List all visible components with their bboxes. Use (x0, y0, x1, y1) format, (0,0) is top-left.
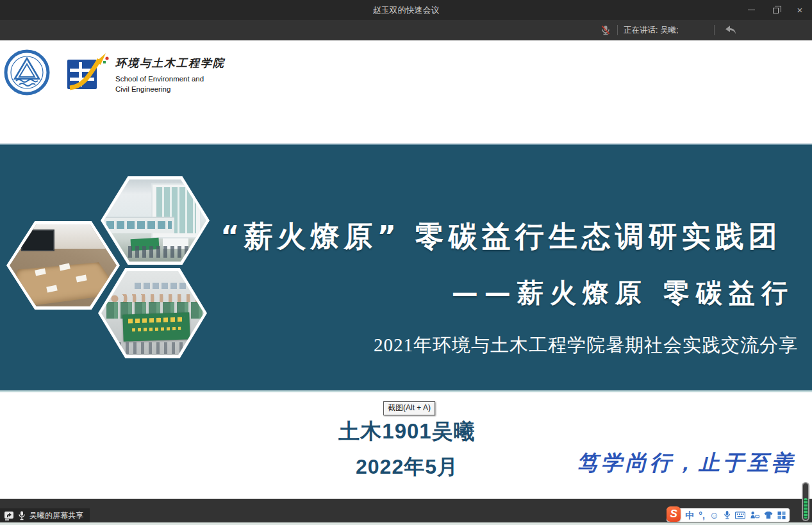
close-button[interactable]: × (788, 0, 812, 20)
author-name: 土木1901吴曦 (282, 417, 532, 446)
muted-mic-icon[interactable] (600, 24, 611, 36)
back-arrow-icon[interactable] (724, 25, 737, 35)
slide-banner: “薪火燎原” 零碳益行生态调研实践团 ——薪火燎原 零碳益行 2021年环境与土… (0, 144, 812, 392)
school-name-cn: 环境与土木工程学院 (115, 56, 263, 71)
ime-toolbox-icon[interactable] (777, 511, 786, 520)
separator (617, 25, 618, 35)
mic-icon (18, 511, 26, 521)
taskbar-edge (0, 522, 812, 525)
share-label: 吴曦的屏幕共享 (29, 510, 83, 521)
screen-share-icon (4, 511, 14, 521)
restore-button[interactable] (763, 0, 788, 20)
speaking-cluster: 正在讲话: 吴曦; (600, 20, 737, 40)
window-controls: × (739, 0, 812, 20)
ime-language-toggle[interactable]: 中 (685, 511, 694, 520)
separator (714, 25, 715, 35)
slide-subtitle: 2021年环境与土木工程学院暑期社会实践交流分享 (374, 333, 798, 358)
photo-group-hexagon (98, 268, 207, 358)
ime-emoji-icon[interactable]: ☺ (709, 510, 719, 520)
ime-voice-icon[interactable] (724, 510, 731, 520)
ime-keyboard-icon[interactable] (735, 512, 745, 519)
photo-building-hexagon (101, 176, 210, 265)
school-logo (66, 52, 112, 92)
minimize-button[interactable] (739, 0, 763, 20)
presentation-date: 2022年5月 (282, 453, 532, 481)
window-titlebar: 赵玉双的快速会议 × (0, 0, 812, 20)
jiangnan-university-logo (4, 49, 50, 96)
ime-punctuation-toggle[interactable]: °, (699, 511, 705, 520)
school-name-en: School of Environment and Civil Engineer… (115, 74, 263, 94)
restore-icon (773, 8, 779, 13)
ime-handwriting-icon[interactable] (750, 511, 759, 519)
slide-title-line1: “薪火燎原” 零碳益行生态调研实践团 (220, 217, 804, 256)
sogou-logo-icon[interactable]: S (667, 506, 681, 522)
window-title: 赵玉双的快速会议 (0, 0, 812, 20)
volume-level (804, 498, 808, 519)
volume-indicator[interactable] (802, 482, 809, 521)
screenshot-shortcut-tooltip: 截图(Alt + A) (383, 401, 435, 415)
ime-skin-icon[interactable] (764, 511, 773, 519)
school-name-block: 环境与土木工程学院 School of Environment and Civi… (115, 56, 263, 94)
author-block: 土木1901吴曦 2022年5月 (282, 417, 532, 481)
minimize-icon (748, 10, 755, 11)
photo-meeting-hexagon (6, 221, 120, 310)
screen-share-badge[interactable]: 吴曦的屏幕共享 (0, 508, 90, 522)
shared-screen: 环境与土木工程学院 School of Environment and Civi… (0, 40, 812, 499)
ime-toolbar: S 中 °, ☺ (667, 508, 790, 522)
speaking-label: 正在讲话: 吴曦; (624, 25, 678, 36)
meeting-window: 赵玉双的快速会议 × 正在讲话: 吴曦; (0, 0, 812, 525)
slide-title-line2: ——薪火燎原 零碳益行 (452, 276, 794, 311)
bottom-bar: 吴曦的屏幕共享 S 中 °, ☺ (0, 499, 812, 522)
university-motto: 笃学尚行，止于至善 (577, 449, 796, 478)
meeting-statusbar: 正在讲话: 吴曦; (0, 20, 812, 40)
